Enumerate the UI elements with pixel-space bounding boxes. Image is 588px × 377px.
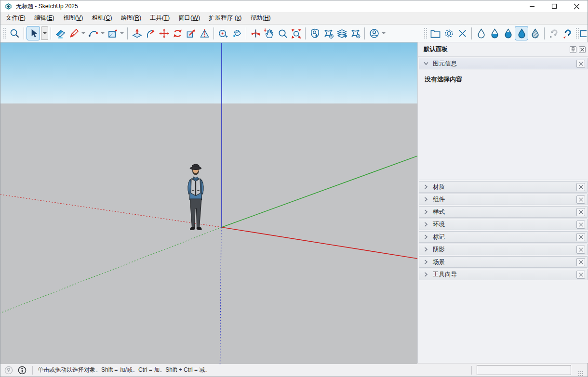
select-icon [28, 28, 39, 39]
tool-follow-me-button[interactable] [144, 26, 157, 40]
tool-magnet-off-button[interactable] [547, 26, 561, 40]
tool-arc-button[interactable] [86, 26, 100, 40]
window-title: 无标题 - SketchUp 2025 [16, 2, 78, 11]
entity-info-header[interactable]: 图元信息 [419, 58, 588, 69]
toolbar-separator [471, 27, 472, 39]
menu-w[interactable]: 窗口(W) [174, 12, 204, 24]
close-panel-button[interactable] [579, 46, 586, 53]
tool-send-to-layout-button[interactable] [335, 26, 348, 40]
tool-warehouse-3d-button[interactable] [321, 26, 335, 40]
close-icon [579, 235, 583, 239]
tool-extension-manager-button[interactable] [348, 26, 362, 40]
tool-drop-half-button[interactable] [488, 26, 501, 40]
menu-c[interactable]: 相机(C) [87, 12, 116, 24]
tool-rotate-button[interactable] [171, 26, 184, 40]
close-section-button[interactable] [576, 60, 585, 68]
close-section-button[interactable] [576, 208, 585, 216]
tool-rectangle-button[interactable] [106, 26, 119, 40]
window-resize-grip[interactable] [578, 371, 584, 377]
tool-account-button[interactable] [367, 26, 381, 40]
scenes-header[interactable]: 场景 [419, 256, 588, 268]
measurement-input[interactable] [477, 365, 571, 375]
pin-panel-button[interactable] [570, 46, 576, 53]
drop-half-icon [489, 28, 500, 39]
materials-header[interactable]: 材质 [419, 181, 588, 193]
menu-f[interactable]: 文件(F) [1, 12, 30, 24]
close-section-button[interactable] [576, 221, 585, 229]
tool-extension-warehouse-button[interactable] [308, 26, 321, 40]
instructor-header[interactable]: 工具向导 [419, 269, 588, 280]
rectangle-dropdown-button[interactable] [119, 26, 125, 40]
tool-drop-full-button[interactable] [515, 26, 528, 40]
toolbar-drag-grip[interactable] [424, 27, 427, 39]
tool-drop-most-button[interactable] [501, 26, 515, 40]
tool-flip-button[interactable] [198, 26, 211, 40]
scale-figure[interactable] [185, 162, 207, 232]
chevron-right-icon [423, 184, 429, 190]
tool-move-button[interactable] [157, 26, 171, 40]
send-to-layout-icon [336, 28, 347, 39]
main-area: 默认面板 [0, 42, 588, 363]
section-components: 组件 [419, 194, 588, 205]
close-section-button[interactable] [576, 195, 585, 204]
menu-x[interactable]: 扩展程序 (x) [204, 12, 246, 24]
tool-drop-empty-button[interactable] [474, 26, 488, 40]
shadows-header[interactable]: 阴影 [419, 244, 588, 255]
environments-header[interactable]: 环境 [419, 219, 588, 230]
menu-r[interactable]: 绘图(R) [117, 12, 146, 24]
select-dropdown-button[interactable] [41, 26, 48, 40]
account-dropdown-button[interactable] [381, 26, 387, 40]
components-header[interactable]: 组件 [419, 194, 588, 205]
tool-paint-bucket-button[interactable] [230, 26, 243, 40]
menu-e[interactable]: 编辑(E) [30, 12, 59, 24]
menu-t[interactable]: 工具(T) [146, 12, 174, 24]
close-section-button[interactable] [576, 271, 585, 279]
close-icon [579, 222, 583, 227]
model-viewport[interactable] [0, 42, 417, 364]
tool-tape-measure-button[interactable] [216, 26, 230, 40]
tool-eraser-button[interactable] [53, 26, 67, 40]
tool-folder-button[interactable] [428, 26, 442, 40]
tool-search-button[interactable] [8, 26, 21, 40]
tool-scale-button[interactable] [184, 26, 198, 40]
tool-select-button[interactable] [27, 26, 40, 40]
tool-push-pull-button[interactable] [130, 26, 144, 40]
toolbar-drag-grip[interactable] [575, 27, 579, 39]
close-section-button[interactable] [576, 233, 585, 241]
arc-dropdown-button[interactable] [100, 26, 106, 40]
tool-orbit-button[interactable] [249, 26, 262, 40]
close-section-button[interactable] [576, 258, 585, 266]
section-instructor: 工具向导 [419, 269, 588, 280]
tags-header[interactable]: 标记 [419, 231, 588, 243]
minimize-button[interactable] [521, 0, 543, 12]
chevron-right-icon [423, 259, 429, 265]
close-icon [579, 210, 583, 214]
close-button[interactable] [565, 0, 588, 12]
tool-zoom-button[interactable] [276, 26, 289, 40]
tool-pan-button[interactable] [262, 26, 276, 40]
styles-header[interactable]: 样式 [419, 206, 588, 218]
close-icon [579, 273, 583, 277]
tool-drop-hatched-button[interactable] [528, 26, 542, 40]
flip-icon [199, 28, 210, 39]
info-button[interactable] [18, 366, 27, 375]
tool-zoom-extents-button[interactable] [289, 26, 303, 40]
maximize-icon [551, 3, 557, 9]
toolbar-drag-grip[interactable] [3, 27, 6, 39]
line-dropdown-button[interactable] [80, 26, 86, 40]
section-styles: 样式 [419, 206, 588, 218]
menu-h[interactable]: 帮助(H) [246, 12, 275, 24]
close-section-button[interactable] [576, 183, 585, 191]
menu-v[interactable]: 视图(V) [59, 12, 88, 24]
tool-settings-button[interactable] [442, 26, 455, 40]
line-icon [68, 28, 80, 39]
maximize-button[interactable] [543, 0, 565, 12]
geolocation-button[interactable] [4, 366, 13, 375]
toolbar-separator [214, 27, 214, 39]
close-section-button[interactable] [576, 246, 585, 254]
tool-rect-partial-button[interactable] [580, 26, 587, 40]
tool-close-x-button[interactable] [455, 26, 469, 40]
tool-line-button[interactable] [67, 26, 80, 40]
tool-magnet-on-button[interactable] [561, 26, 574, 40]
drop-most-icon [503, 28, 514, 39]
